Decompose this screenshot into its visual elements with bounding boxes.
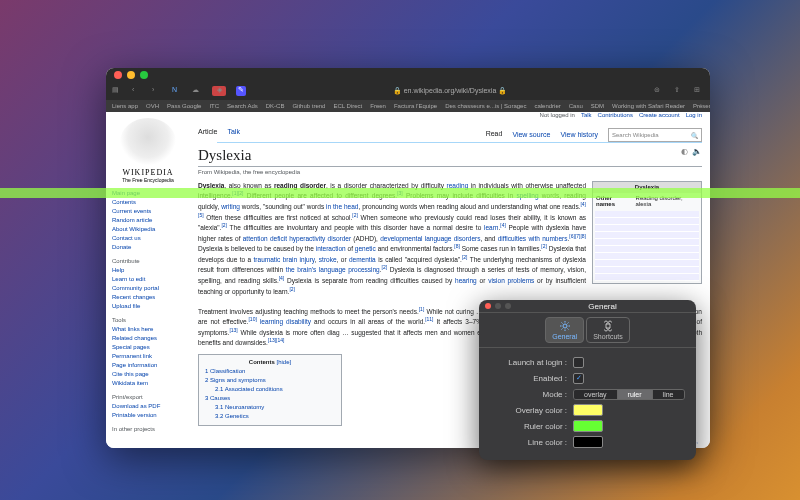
bookmark-item[interactable]: Factura l'Equipe	[394, 103, 437, 109]
search-input[interactable]: Search Wikipedia🔍	[608, 128, 702, 142]
bookmark-item[interactable]: Des chasseurs e...is | Soragec	[445, 103, 526, 109]
bookmark-item[interactable]: DK-CB	[266, 103, 285, 109]
ruler-color-swatch[interactable]	[573, 420, 603, 432]
enabled-checkbox[interactable]: ✓	[573, 373, 584, 384]
nav-contents[interactable]: Contents	[112, 198, 184, 207]
bookmark-item[interactable]: Github trend	[292, 103, 325, 109]
bookmark-item[interactable]: ITC	[209, 103, 219, 109]
mode-overlay[interactable]: overlay	[574, 390, 618, 399]
link-brain[interactable]: the brain's language processing	[286, 267, 380, 274]
bookmark-item[interactable]: OVH	[146, 103, 159, 109]
search-icon[interactable]: 🔍	[691, 132, 698, 139]
tabs-icon[interactable]: ⊞	[694, 86, 704, 96]
nav-contact[interactable]: Contact us	[112, 234, 184, 243]
traffic-light-zoom[interactable]	[140, 71, 148, 79]
nav-random[interactable]: Random article	[112, 216, 184, 225]
link-hearing[interactable]: hearing	[455, 277, 477, 284]
share-icon[interactable]: ⇪	[674, 86, 684, 96]
bookmark-item[interactable]: Liens app	[112, 103, 138, 109]
address-bar[interactable]: 🔒 en.wikipedia.org/wiki/Dyslexia 🔒	[256, 87, 644, 95]
link-learn[interactable]: learn	[484, 224, 498, 231]
bookmark-item[interactable]: SDM	[591, 103, 604, 109]
nav-permanent-link[interactable]: Permanent link	[112, 352, 184, 361]
nav-main-page[interactable]: Main page	[112, 189, 184, 198]
wikipedia-logo[interactable]	[120, 118, 176, 166]
nav-page-info[interactable]: Page information	[112, 361, 184, 370]
prefs-zoom[interactable]	[505, 303, 511, 309]
overlay-color-swatch[interactable]	[573, 404, 603, 416]
nav-links-here[interactable]: What links here	[112, 325, 184, 334]
link-ld[interactable]: learning disability	[260, 318, 311, 325]
link-interaction[interactable]: interaction	[316, 245, 346, 252]
toc-item[interactable]: 2.1 Associated conditions	[215, 385, 335, 394]
traffic-light-minimize[interactable]	[127, 71, 135, 79]
nav-related-changes[interactable]: Related changes	[112, 334, 184, 343]
ref[interactable]: [2]	[289, 286, 295, 292]
link-tbi[interactable]: traumatic brain injury	[254, 256, 315, 263]
bookmark-item[interactable]: calendrier	[534, 103, 560, 109]
cloud-icon[interactable]: ☁	[192, 86, 202, 96]
traffic-light-close[interactable]	[114, 71, 122, 79]
nav-about[interactable]: About Wikipedia	[112, 225, 184, 234]
link-genetic[interactable]: genetic	[355, 245, 376, 252]
login-link[interactable]: Log in	[686, 112, 702, 118]
bookmark-item[interactable]: Casu	[569, 103, 583, 109]
line-color-swatch[interactable]	[573, 436, 603, 448]
ref[interactable]: [11]	[425, 316, 433, 322]
user-talk-link[interactable]: Talk	[581, 112, 592, 118]
link-spelling[interactable]: spelling	[516, 193, 538, 200]
nav-cite[interactable]: Cite this page	[112, 370, 184, 379]
create-account-link[interactable]: Create account	[639, 112, 680, 118]
back-icon[interactable]: ‹	[132, 86, 142, 96]
nav-wikidata[interactable]: Wikidata item	[112, 379, 184, 388]
semi-protection-icon[interactable]: ◐	[681, 147, 688, 156]
ref[interactable]: [13][14]	[268, 337, 285, 343]
ref[interactable]: [10]	[248, 316, 256, 322]
nav-learn-edit[interactable]: Learn to edit	[112, 275, 184, 284]
mode-line[interactable]: line	[653, 390, 684, 399]
tab-history[interactable]: View history	[560, 131, 598, 140]
tab-article[interactable]: Article	[198, 128, 217, 143]
prefs-close[interactable]	[485, 303, 491, 309]
bookmark-item[interactable]: Working with Safari Reader	[612, 103, 685, 109]
ref[interactable]: [13]	[229, 327, 237, 333]
infobox-image[interactable]	[595, 211, 699, 281]
bookmark-item[interactable]: Freen	[370, 103, 386, 109]
link-head[interactable]: in the head	[326, 203, 358, 210]
sidebar-icon[interactable]: ▤	[112, 86, 122, 96]
launch-at-login-checkbox[interactable]	[573, 357, 584, 368]
link-stroke[interactable]: stroke	[319, 256, 337, 263]
mode-ruler[interactable]: ruler	[618, 390, 653, 399]
nav-special-pages[interactable]: Special pages	[112, 343, 184, 352]
user-contrib-link[interactable]: Contributions	[598, 112, 633, 118]
nav-upload[interactable]: Upload file	[112, 302, 184, 311]
nav-help[interactable]: Help	[112, 266, 184, 275]
extension-blue-icon[interactable]: ✎	[236, 86, 246, 96]
nav-printable[interactable]: Printable version	[112, 411, 184, 420]
toc-item[interactable]: 3.1 Neuroanatomy	[215, 403, 335, 412]
toc-hide-link[interactable]: [hide]	[276, 359, 291, 365]
ref[interactable]: [6][7][8]	[569, 233, 586, 239]
reader-icon[interactable]: ⊜	[654, 86, 664, 96]
spoken-article-icon[interactable]: 🔈	[692, 147, 702, 156]
toc-item[interactable]: 1 Classification	[205, 367, 335, 376]
extension-n-icon[interactable]: N	[172, 86, 182, 96]
extension-shield-icon[interactable]: ◈	[212, 86, 226, 96]
toc-item[interactable]: 3 Causes	[205, 394, 335, 403]
link-dld[interactable]: developmental language disorders	[380, 235, 480, 242]
nav-community[interactable]: Community portal	[112, 284, 184, 293]
link-vision[interactable]: vision problems	[488, 277, 534, 284]
forward-icon[interactable]: ›	[152, 86, 162, 96]
nav-current-events[interactable]: Current events	[112, 207, 184, 216]
tab-talk[interactable]: Talk	[227, 128, 239, 142]
tab-view-source[interactable]: View source	[512, 131, 550, 140]
nav-recent-changes[interactable]: Recent changes	[112, 293, 184, 302]
mode-segmented-control[interactable]: overlay ruler line	[573, 389, 685, 400]
nav-download-pdf[interactable]: Download as PDF	[112, 402, 184, 411]
prefs-minimize[interactable]	[495, 303, 501, 309]
prefs-tab-shortcuts[interactable]: Shortcuts	[586, 317, 630, 343]
bookmark-item[interactable]: Search Ads	[227, 103, 258, 109]
nav-donate[interactable]: Donate	[112, 243, 184, 252]
prefs-tab-general[interactable]: General	[545, 317, 584, 343]
ref[interactable]: [1][2]	[232, 190, 243, 196]
